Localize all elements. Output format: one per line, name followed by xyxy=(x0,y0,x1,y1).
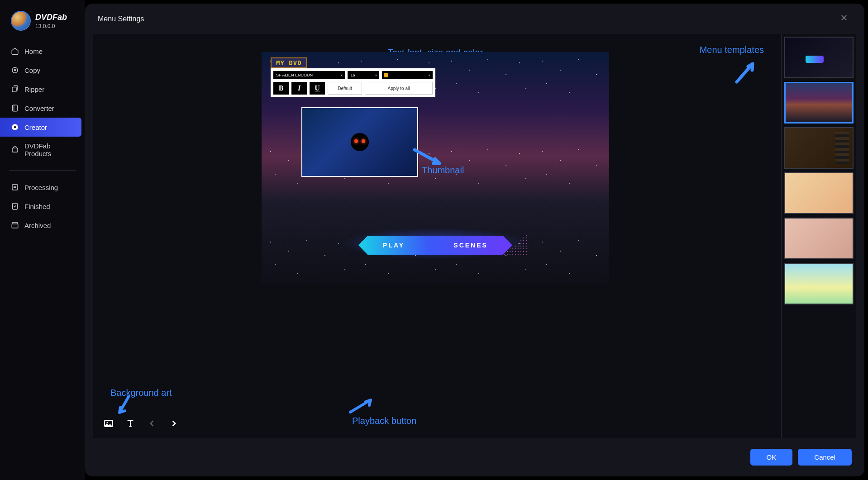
sidebar-item-archived[interactable]: Archived xyxy=(0,216,85,235)
modal-header: Menu Settings xyxy=(85,4,864,34)
preview-canvas[interactable]: MY DVD SF ALIEN ENCOUN 16 B I U xyxy=(262,52,609,284)
finished-icon xyxy=(11,202,19,210)
sidebar-item-creator[interactable]: Creator xyxy=(0,118,81,137)
default-button[interactable]: Default xyxy=(328,82,362,95)
fontsize-select[interactable]: 16 xyxy=(348,71,379,79)
nav-secondary: Processing Finished Archived xyxy=(0,178,85,235)
prev-page-button[interactable] xyxy=(147,418,157,429)
brand-version: 13.0.0.0 xyxy=(35,23,67,29)
sidebar-item-label: Copy xyxy=(24,67,40,74)
background-image-button[interactable] xyxy=(103,418,114,429)
annotation-playback: Playback button xyxy=(352,416,416,426)
color-swatch-icon xyxy=(384,73,388,77)
processing-icon xyxy=(11,183,19,191)
svg-point-6 xyxy=(14,126,16,128)
arrow-icon xyxy=(115,394,133,417)
sidebar-item-label: DVDFab Products xyxy=(24,142,74,157)
sidebar-item-label: Creator xyxy=(24,124,47,131)
ok-button[interactable]: OK xyxy=(750,449,793,466)
sidebar: DVDFab 13.0.0.0 Home Copy Ripper Convert… xyxy=(0,0,85,480)
font-select[interactable]: SF ALIEN ENCOUN xyxy=(273,71,345,79)
sidebar-item-products[interactable]: DVDFab Products xyxy=(0,137,85,163)
scenes-button[interactable]: SCENES xyxy=(453,242,488,249)
ripper-icon xyxy=(11,85,19,93)
svg-point-1 xyxy=(14,70,16,71)
template-thumb-nebula[interactable] xyxy=(784,82,854,124)
text-format-toolbar: SF ALIEN ENCOUN 16 B I U Default Apply t… xyxy=(271,68,435,97)
close-icon xyxy=(840,14,848,22)
home-icon xyxy=(11,47,19,55)
preview-area: Text font, size and color Menu templates… xyxy=(93,34,777,438)
sidebar-item-finished[interactable]: Finished xyxy=(0,197,85,216)
template-thumb-kids-rainbow[interactable] xyxy=(784,263,854,304)
modal-area: Menu Settings Text font, size and color … xyxy=(85,0,868,480)
playback-bar: PLAY SCENES xyxy=(358,236,512,255)
sidebar-item-label: Ripper xyxy=(24,86,44,93)
play-button[interactable]: PLAY xyxy=(383,242,405,249)
sidebar-item-copy[interactable]: Copy xyxy=(0,61,85,80)
bold-button[interactable]: B xyxy=(273,82,289,95)
svg-rect-3 xyxy=(13,105,18,111)
bottom-toolbar xyxy=(103,418,179,429)
fontcolor-select[interactable] xyxy=(382,71,433,79)
apply-to-all-button[interactable]: Apply to all xyxy=(365,82,433,95)
sidebar-item-label: Home xyxy=(24,48,43,55)
svg-rect-2 xyxy=(12,87,16,92)
modal-body: Text font, size and color Menu templates… xyxy=(93,34,856,438)
svg-point-16 xyxy=(107,422,108,423)
archived-icon xyxy=(11,221,19,229)
next-page-button[interactable] xyxy=(168,418,179,429)
svg-rect-7 xyxy=(12,148,18,152)
brand-name: DVDFab xyxy=(35,13,67,22)
sidebar-item-ripper[interactable]: Ripper xyxy=(0,80,85,99)
italic-button[interactable]: I xyxy=(291,82,307,95)
dvd-title-text[interactable]: MY DVD xyxy=(271,57,307,68)
products-icon xyxy=(11,146,19,154)
arrow-icon xyxy=(346,396,377,414)
sidebar-item-converter[interactable]: Converter xyxy=(0,99,85,118)
nav-primary: Home Copy Ripper Converter Creator DVDFa… xyxy=(0,42,85,163)
sidebar-item-label: Archived xyxy=(24,222,51,229)
app-container: DVDFab 13.0.0.0 Home Copy Ripper Convert… xyxy=(0,0,868,480)
video-thumbnail[interactable] xyxy=(301,107,418,177)
close-button[interactable] xyxy=(836,12,852,26)
annotation-templates: Menu templates xyxy=(700,45,764,55)
brand-block: DVDFab 13.0.0.0 xyxy=(0,11,85,42)
sidebar-item-home[interactable]: Home xyxy=(0,42,85,61)
sidebar-item-label: Processing xyxy=(24,184,58,191)
svg-rect-12 xyxy=(12,224,18,228)
svg-point-0 xyxy=(12,67,18,73)
cancel-button[interactable]: Cancel xyxy=(798,449,852,466)
underline-button[interactable]: U xyxy=(310,82,325,95)
template-thumb-birthday[interactable] xyxy=(784,172,854,214)
menu-settings-modal: Menu Settings Text font, size and color … xyxy=(85,4,864,476)
template-thumb-filmstrip[interactable] xyxy=(784,127,854,169)
annotation-background: Background art xyxy=(110,388,172,398)
nav-divider xyxy=(9,170,76,171)
modal-footer: OK Cancel xyxy=(85,438,864,476)
text-tool-button[interactable] xyxy=(125,418,136,429)
templates-sidebar xyxy=(781,34,856,438)
sidebar-item-label: Finished xyxy=(24,203,50,210)
creator-icon xyxy=(11,123,19,131)
arrow-icon xyxy=(732,59,759,86)
thumbnail-character-icon xyxy=(351,133,369,151)
converter-icon xyxy=(11,104,19,112)
sidebar-item-processing[interactable]: Processing xyxy=(0,178,85,197)
copy-icon xyxy=(11,66,19,74)
template-thumb-living-room[interactable] xyxy=(784,218,854,259)
brand-logo-icon xyxy=(11,11,31,31)
template-thumb-dark-neon[interactable] xyxy=(784,37,854,78)
sidebar-item-label: Converter xyxy=(24,105,54,112)
modal-title: Menu Settings xyxy=(98,15,144,23)
